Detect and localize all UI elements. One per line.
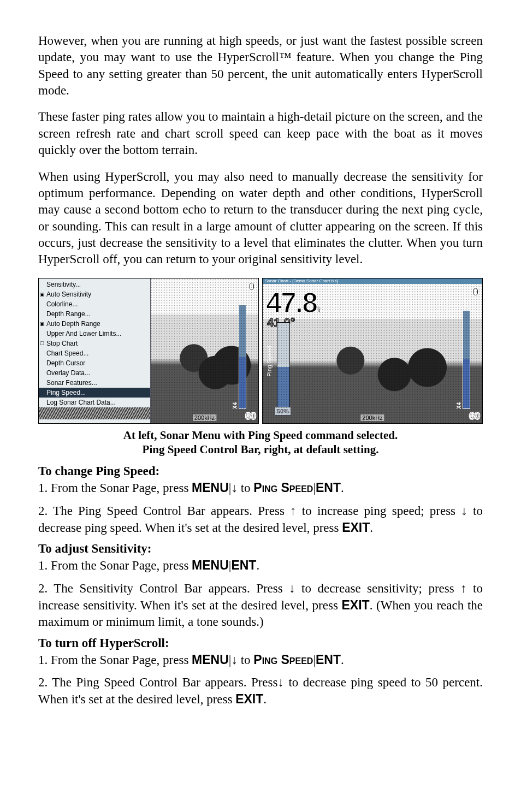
temperature-readout: 41.0° — [267, 316, 295, 330]
sonar-menu-panel: Sensitivity...Auto SensitivityColorline.… — [39, 278, 151, 423]
sonar-chart-left: 0 X4 200kHz 60 — [151, 278, 258, 423]
text: . — [263, 692, 267, 706]
down-arrow-icon: ↓ — [231, 481, 238, 495]
scale-tag: X4 — [232, 402, 238, 408]
heading-turn-off-hyperscroll: To turn off HyperScroll: — [38, 636, 483, 650]
sonar-menu-item[interactable]: Depth Cursor — [39, 358, 150, 368]
sonar-menu-item[interactable]: Chart Speed... — [39, 348, 150, 358]
figure-right-ping-speed: Sonar Chart - [Demo Sonar Chart.bls] 47.… — [262, 278, 483, 424]
text: 2. The Ping Speed Control Bar appears. P… — [38, 504, 290, 518]
menu-panel-decor — [39, 407, 150, 419]
depth-scale-top-right: 0 — [472, 285, 479, 299]
body-paragraph-1: However, when you are running at high sp… — [38, 33, 483, 99]
figure-caption: At left, Sonar Menu with Ping Speed comm… — [38, 428, 483, 457]
text: . — [341, 653, 344, 667]
text: 2. The Sensitivity Control Bar appears. … — [38, 582, 289, 595]
text: . — [341, 481, 344, 495]
sonar-menu-item[interactable]: Colorline... — [39, 299, 150, 309]
sonar-menu-item[interactable]: Overlay Data... — [39, 368, 150, 378]
s1-step-1: 1. From the Sonar Page, press MENU|↓ to … — [38, 479, 483, 496]
text: to — [238, 653, 253, 667]
frequency-label-right: 200kHz — [360, 414, 384, 421]
depth-readout-unit: ft — [317, 305, 319, 314]
s2-step-2: 2. The Sensitivity Control Bar appears. … — [38, 580, 483, 631]
heading-change-ping-speed: To change Ping Speed: — [38, 464, 483, 478]
window-titlebar: Sonar Chart - [Demo Sonar Chart.bls] — [263, 278, 483, 284]
sonar-menu-item[interactable]: Auto Depth Range — [39, 319, 150, 329]
ping-speed-value: 50% — [275, 407, 291, 416]
caption-line-1: At left, Sonar Menu with Ping Speed comm… — [123, 429, 398, 442]
heading-adjust-sensitivity: To adjust Sensitivity: — [38, 542, 483, 556]
ping-speed-label: Ping Speed — [266, 346, 273, 377]
text: 1. From the Sonar Page, press — [38, 653, 192, 667]
text: . — [370, 521, 373, 535]
text: to — [238, 481, 253, 495]
down-arrow-icon: ↓ — [277, 675, 284, 689]
down-arrow-icon: ↓ — [289, 581, 295, 595]
sonar-chart-right: 47.8 ft 41.0° 0 X4 Ping Speed 50% 200kHz… — [263, 284, 482, 423]
down-arrow-icon: ↓ — [461, 503, 467, 518]
key-menu: MENU — [192, 481, 229, 495]
depth-scale-bottom-right: 60 — [469, 411, 480, 422]
text: . — [256, 559, 259, 572]
key-ent: ENT — [316, 481, 341, 495]
figure-row: Sensitivity...Auto SensitivityColorline.… — [38, 278, 483, 424]
text: to increase ping speed; press — [297, 504, 461, 518]
ping-speed-control-bar[interactable] — [277, 322, 290, 412]
sonar-menu-item[interactable]: Ping Speed... — [39, 388, 150, 398]
key-menu: MENU — [192, 558, 229, 572]
key-exit: EXIT — [342, 520, 370, 535]
sonar-menu-item[interactable]: Stop Chart — [39, 339, 150, 348]
depth-readout: 47.8 ft — [266, 286, 320, 319]
text: 1. From the Sonar Page, press — [38, 481, 192, 495]
depth-scale-strip: X4 — [239, 305, 246, 409]
figure-left-sonar-menu: Sensitivity...Auto SensitivityColorline.… — [38, 278, 259, 424]
ping-speed-fill — [277, 367, 289, 412]
depth-scale-bottom: 60 — [245, 411, 256, 422]
s1-step-2: 2. The Ping Speed Control Bar appears. P… — [38, 502, 483, 537]
sonar-menu-item[interactable]: Depth Range... — [39, 309, 150, 319]
text: 2. The Ping Speed Control Bar appears. P… — [38, 675, 277, 689]
s2-step-1: 1. From the Sonar Page, press MENU|ENT. — [38, 557, 483, 574]
frequency-label-left: 200kHz — [193, 414, 216, 421]
key-ent: ENT — [231, 558, 256, 572]
up-arrow-icon: ↑ — [460, 581, 467, 595]
key-ent: ENT — [316, 653, 341, 667]
text: to decrease sensitivity; press — [295, 582, 461, 595]
key-ping-speed: Ping Speed — [253, 481, 313, 495]
sonar-menu-item[interactable]: Sensitivity... — [39, 280, 150, 289]
body-paragraph-3: When using HyperScroll, you may also nee… — [38, 169, 483, 268]
sonar-menu-item[interactable]: Log Sonar Chart Data... — [39, 398, 150, 407]
key-exit: EXIT — [342, 598, 370, 612]
depth-readout-value: 47.8 — [266, 286, 317, 319]
sonar-menu-item[interactable]: Sonar Features... — [39, 378, 150, 388]
key-menu: MENU — [192, 653, 229, 667]
key-exit: EXIT — [235, 692, 263, 706]
caption-line-2: Ping Speed Control Bar, right, at defaul… — [143, 443, 379, 456]
key-ping-speed: Ping Speed — [253, 653, 313, 667]
sonar-menu-item[interactable]: Upper And Lower Limits... — [39, 329, 150, 339]
body-paragraph-2: These faster ping rates allow you to mai… — [38, 109, 483, 158]
document-page: However, when you are running at high sp… — [0, 0, 521, 746]
scale-tag-right: X4 — [456, 402, 462, 408]
s3-step-1: 1. From the Sonar Page, press MENU|↓ to … — [38, 651, 483, 668]
text: 1. From the Sonar Page, press — [38, 559, 192, 572]
depth-scale-top: 0 — [248, 280, 255, 294]
up-arrow-icon: ↑ — [290, 503, 297, 518]
sonar-menu-item[interactable]: Auto Sensitivity — [39, 289, 150, 299]
depth-scale-strip-right: X4 — [463, 310, 470, 409]
down-arrow-icon: ↓ — [231, 653, 238, 667]
s3-step-2: 2. The Ping Speed Control Bar appears. P… — [38, 674, 483, 708]
